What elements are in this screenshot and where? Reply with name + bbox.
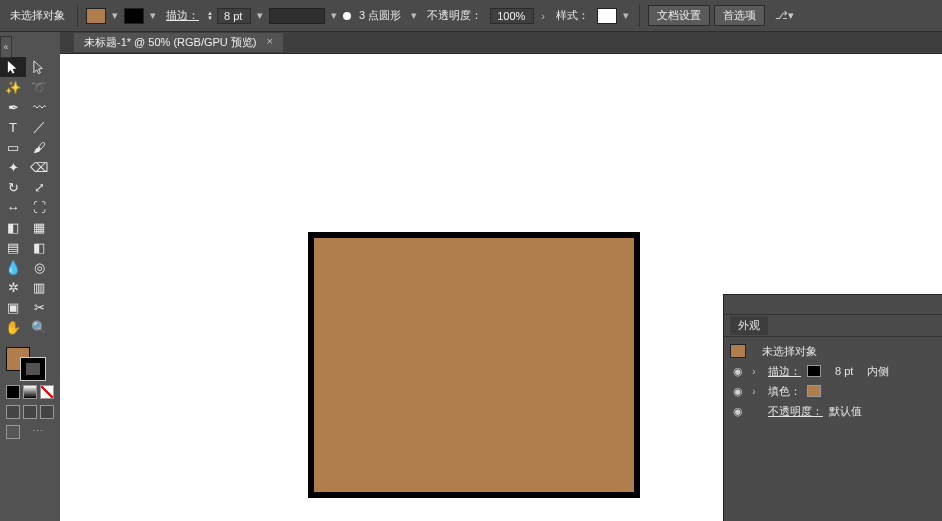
style-label: 样式：: [556, 8, 589, 23]
draw-normal[interactable]: [6, 405, 20, 419]
pen-tool[interactable]: ✒: [0, 97, 26, 117]
color-mode-gradient[interactable]: [23, 385, 37, 399]
visibility-eye-icon[interactable]: ◉: [730, 385, 746, 398]
style-swatch[interactable]: [597, 8, 617, 24]
visibility-eye-icon[interactable]: ◉: [730, 405, 746, 418]
stroke-mini-swatch[interactable]: [807, 365, 821, 377]
gradient-tool[interactable]: ◧: [26, 237, 52, 257]
style-dropdown-icon[interactable]: ▾: [621, 9, 631, 22]
divider: [639, 5, 640, 27]
object-label: 未选择对象: [762, 344, 817, 359]
canvas[interactable]: « ✕ 外观 ≡ 未选择对象 ◉ › 描边：: [60, 54, 942, 521]
appearance-tab[interactable]: 外观: [730, 316, 768, 335]
appearance-panel[interactable]: « ✕ 外观 ≡ 未选择对象 ◉ › 描边：: [723, 294, 942, 521]
lasso-tool[interactable]: ➰: [26, 77, 52, 97]
stroke-color-box[interactable]: [20, 357, 46, 381]
doc-tab[interactable]: 未标题-1* @ 50% (RGB/GPU 预览) ×: [74, 33, 283, 52]
brush-dropdown-icon[interactable]: ▾: [409, 9, 419, 22]
opacity-caret-icon[interactable]: ›: [538, 10, 548, 22]
appearance-stroke-row[interactable]: ◉ › 描边： 8 pt 内侧: [724, 361, 942, 381]
control-bar: 未选择对象 ▾ ▾ 描边： ▲▼ 8 pt ▾ ▾ 3 点圆形 ▾ 不透明度： …: [0, 0, 942, 32]
magic-wand-tool[interactable]: ✨: [0, 77, 26, 97]
slice-tool[interactable]: ✂: [26, 297, 52, 317]
draw-inside[interactable]: [40, 405, 54, 419]
stroke-weight-value[interactable]: 8 pt: [217, 8, 251, 24]
rectangle-tool[interactable]: ▭: [0, 137, 26, 157]
stroke-dropdown-icon[interactable]: ▾: [148, 9, 158, 22]
direct-selection-tool[interactable]: [26, 57, 52, 77]
eraser-tool[interactable]: ⌫: [26, 157, 52, 177]
free-transform-tool[interactable]: ⛶: [26, 197, 52, 217]
collapse-left-flag[interactable]: «: [0, 36, 12, 58]
opacity-value[interactable]: 100%: [490, 8, 534, 24]
perspective-grid-tool[interactable]: ▦: [26, 217, 52, 237]
scale-tool[interactable]: ⤢: [26, 177, 52, 197]
selection-status: 未选择对象: [10, 8, 65, 23]
type-tool[interactable]: T: [0, 117, 26, 137]
fill-swatch[interactable]: [86, 8, 106, 24]
main-row: « ✨ ➰ ✒ 〰 T ／ ▭ 🖌 ✦ ⌫ ↻ ⤢ ↔ ⛶ ◧ ▦ ▤ ◧ 💧 …: [0, 32, 942, 521]
expand-chevron-icon[interactable]: ›: [752, 385, 762, 397]
color-mode-solid[interactable]: [6, 385, 20, 399]
divider: [77, 5, 78, 27]
artboard-tool[interactable]: ▣: [0, 297, 26, 317]
brush-definition[interactable]: 3 点圆形: [359, 8, 401, 23]
column-graph-tool[interactable]: ▥: [26, 277, 52, 297]
width-tool[interactable]: ↔: [0, 197, 26, 217]
opacity-row-value: 默认值: [829, 404, 862, 419]
stroke-row-label: 描边：: [768, 364, 801, 379]
screen-mode-row: [6, 425, 20, 439]
shape-builder-tool[interactable]: ◧: [0, 217, 26, 237]
expand-chevron-icon[interactable]: ›: [752, 365, 762, 377]
panel-titlebar[interactable]: « ✕: [724, 295, 942, 315]
preferences-button[interactable]: 首选项: [714, 5, 765, 26]
doc-tab-bar: 未标题-1* @ 50% (RGB/GPU 预览) ×: [60, 32, 942, 54]
blend-tool[interactable]: ◎: [26, 257, 52, 277]
fill-dropdown-icon[interactable]: ▾: [110, 9, 120, 22]
zoom-tool[interactable]: 🔍: [26, 317, 52, 337]
draw-behind[interactable]: [23, 405, 37, 419]
curvature-tool[interactable]: 〰: [26, 97, 52, 117]
panel-tab-row: 外观 ≡: [724, 315, 942, 337]
stroke-weight-dropdown-icon[interactable]: ▾: [255, 9, 265, 22]
stroke-row-weight: 8 pt: [835, 365, 853, 377]
variable-width-dropdown-icon[interactable]: ▾: [329, 9, 339, 22]
workspace: 未标题-1* @ 50% (RGB/GPU 预览) × « ✕ 外观 ≡: [60, 32, 942, 521]
stroke-swatch[interactable]: [124, 8, 144, 24]
fill-row-label: 填色：: [768, 384, 801, 399]
stroke-weight-stepper[interactable]: ▲▼: [207, 11, 213, 21]
line-segment-tool[interactable]: ／: [26, 117, 52, 137]
visibility-eye-icon[interactable]: ◉: [730, 365, 746, 378]
appearance-fill-row[interactable]: ◉ › 填色：: [724, 381, 942, 401]
align-flyout-icon[interactable]: ⎇▾: [775, 9, 794, 22]
artboard-rectangle[interactable]: [308, 232, 640, 498]
opacity-label: 不透明度：: [427, 8, 482, 23]
appearance-opacity-row[interactable]: ◉ › 不透明度： 默认值: [724, 401, 942, 421]
color-mode-row: [6, 385, 54, 399]
mesh-tool[interactable]: ▤: [0, 237, 26, 257]
edit-toolbar-icon[interactable]: ⋯: [32, 425, 43, 439]
fill-mini-swatch[interactable]: [807, 385, 821, 397]
color-mode-none[interactable]: [40, 385, 54, 399]
hand-tool[interactable]: ✋: [0, 317, 26, 337]
document-setup-button[interactable]: 文档设置: [648, 5, 710, 26]
shaper-tool[interactable]: ✦: [0, 157, 26, 177]
symbol-sprayer-tool[interactable]: ✲: [0, 277, 26, 297]
fill-stroke-control[interactable]: [6, 347, 46, 381]
screen-mode[interactable]: [6, 425, 20, 439]
selection-tool[interactable]: [0, 57, 26, 77]
doc-tab-title: 未标题-1* @ 50% (RGB/GPU 预览): [84, 35, 257, 50]
doc-tab-close-icon[interactable]: ×: [267, 35, 273, 50]
toolbox: ✨ ➰ ✒ 〰 T ／ ▭ 🖌 ✦ ⌫ ↻ ⤢ ↔ ⛶ ◧ ▦ ▤ ◧ 💧 ◎ …: [0, 32, 60, 521]
stroke-weight-label: 描边：: [166, 8, 199, 23]
eyedropper-tool[interactable]: 💧: [0, 257, 26, 277]
appearance-list: 未选择对象 ◉ › 描边： 8 pt 内侧 ◉ › 填色：: [724, 337, 942, 521]
appearance-object-row[interactable]: 未选择对象: [724, 341, 942, 361]
paintbrush-tool[interactable]: 🖌: [26, 137, 52, 157]
stroke-row-side: 内侧: [867, 364, 889, 379]
opacity-row-label: 不透明度：: [768, 404, 823, 419]
brush-dot-icon: [343, 12, 351, 20]
rotate-tool[interactable]: ↻: [0, 177, 26, 197]
object-thumb-icon: [730, 344, 746, 358]
variable-width-profile[interactable]: [269, 8, 325, 24]
